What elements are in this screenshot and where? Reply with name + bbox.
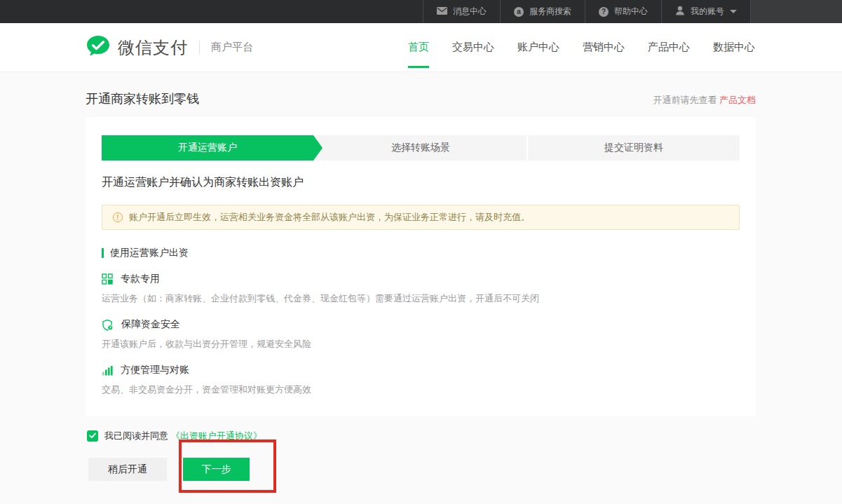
- topbar-item-label: 服务商搜索: [529, 6, 571, 18]
- feature-title: 方便管理与对账: [121, 364, 189, 376]
- topbar-item-help[interactable]: ? 帮助中心: [585, 0, 661, 23]
- nav-item-account-center[interactable]: 账户中心: [517, 38, 560, 57]
- doc-hint: 开通前请先查看 产品文档: [653, 93, 756, 107]
- section-bar: [102, 248, 104, 258]
- notice-text: 账户开通后立即生效，运营相关业务资金将全部从该账户出资，为保证业务正常进行，请及…: [129, 211, 530, 224]
- chart-icon: [102, 365, 113, 376]
- topbar-item-account[interactable]: 我的账号: [661, 0, 750, 23]
- help-circle-icon: ?: [599, 7, 609, 17]
- step-2-choose-transfer-scene: 选择转账场景: [315, 135, 527, 161]
- doc-hint-text: 开通前请先查看: [653, 95, 719, 105]
- feature-desc: 运营业务（如：商家转账、企业付款到零钱、代金券、现金红包等）需要通过运营账户出资…: [102, 292, 740, 304]
- section-title-text: 使用运营账户出资: [110, 247, 189, 259]
- brand-platform: 商户平台: [211, 41, 253, 54]
- agreement-checkbox[interactable]: [87, 430, 98, 442]
- page-head: 开通商家转账到零钱 开通前请先查看 产品文档: [86, 72, 756, 107]
- step-wizard: 开通运营账户 选择转账场景 提交证明资料: [102, 135, 740, 161]
- step-3-submit-proof: 提交证明资料: [528, 135, 740, 161]
- section-title: 使用运营账户出资: [102, 247, 740, 259]
- shield-icon: ¥: [102, 319, 114, 331]
- wechat-pay-logo-icon: [86, 35, 110, 60]
- topbar-item-label: 消息中心: [453, 6, 487, 18]
- nav-item-transactions[interactable]: 交易中心: [451, 38, 495, 57]
- topbar-item-provider-search[interactable]: a 服务商搜索: [500, 0, 585, 23]
- card-heading: 开通运营账户并确认为商家转账出资账户: [102, 175, 740, 190]
- search-circle-icon: a: [514, 7, 524, 17]
- topbar-item-messages[interactable]: 消息中心: [423, 0, 500, 23]
- nav-item-data-center[interactable]: 数据中心: [712, 38, 756, 57]
- nav-item-marketing[interactable]: 营销中心: [582, 38, 625, 57]
- agreement-row: 我已阅读并同意 《出资账户开通协议》: [87, 430, 842, 442]
- feature-dedicated-funds: 专款专用 运营业务（如：商家转账、企业付款到零钱、代金券、现金红包等）需要通过运…: [102, 273, 740, 304]
- notice-banner: ! 账户开通后立即生效，运营相关业务资金将全部从该账户出资，为保证业务正常进行，…: [102, 205, 740, 230]
- feature-desc: 开通该账户后，收款与出资分开管理，规避安全风险: [102, 338, 740, 350]
- nav-item-products[interactable]: 产品中心: [647, 38, 691, 57]
- feature-title: 专款专用: [121, 273, 160, 285]
- grid-icon: [102, 273, 113, 285]
- topbar: 消息中心 a 服务商搜索 ? 帮助中心 我的账号: [0, 0, 842, 23]
- header: 微信支付 商户平台 首页 交易中心 账户中心 营销中心 产品中心 数据中心: [0, 23, 842, 72]
- agreement-text: 我已阅读并同意 《出资账户开通协议》: [104, 430, 262, 442]
- brand-divider: [199, 41, 200, 55]
- open-account-card: 开通运营账户 选择转账场景 提交证明资料 开通运营账户并确认为商家转账出资账户 …: [86, 117, 756, 416]
- action-buttons: 稍后开通 下一步: [88, 458, 842, 481]
- product-doc-link[interactable]: 产品文档: [719, 95, 756, 105]
- next-step-button[interactable]: 下一步: [183, 458, 250, 481]
- chevron-down-icon: [730, 10, 737, 13]
- warning-circle-icon: !: [113, 212, 123, 222]
- main-nav: 首页 交易中心 账户中心 营销中心 产品中心 数据中心: [407, 38, 756, 57]
- feature-desc: 交易、非交易资金分开，资金管理和对账更方便高效: [102, 383, 740, 395]
- agreement-link[interactable]: 《出资账户开通协议》: [171, 430, 262, 441]
- brand-name: 微信支付: [118, 36, 188, 59]
- feature-easy-reconciliation: 方便管理与对账 交易、非交易资金分开，资金管理和对账更方便高效: [102, 365, 740, 395]
- feature-title: 保障资金安全: [121, 318, 180, 331]
- nav-item-home[interactable]: 首页: [407, 38, 430, 57]
- topbar-item-label: 帮助中心: [614, 6, 648, 18]
- page-title: 开通商家转账到零钱: [86, 90, 199, 107]
- step-1-open-operating-account: 开通运营账户: [102, 135, 313, 161]
- mail-icon: [437, 7, 447, 17]
- brand: 微信支付 商户平台: [86, 35, 253, 60]
- topbar-item-label: 我的账号: [691, 6, 724, 18]
- open-later-button[interactable]: 稍后开通: [88, 458, 167, 481]
- user-icon: [675, 6, 685, 18]
- agreement-text-label: 我已阅读并同意: [104, 430, 171, 441]
- topbar-filler: [750, 0, 842, 23]
- feature-fund-safety: ¥ 保障资金安全 开通该账户后，收款与出资分开管理，规避安全风险: [102, 319, 740, 350]
